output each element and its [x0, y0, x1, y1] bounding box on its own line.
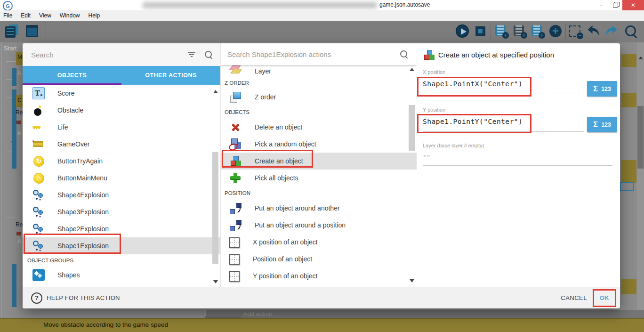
tab-objects[interactable]: OBJECTS: [23, 66, 121, 85]
action-parameters-column: Create an object at specified position X…: [417, 43, 620, 287]
x-position-input[interactable]: Shape1.PointX("Center"): [423, 80, 614, 90]
object-item-GameOver[interactable]: GameOver: [23, 136, 220, 153]
menu-edit[interactable]: Edit: [16, 12, 35, 19]
events-scrollbar-thumb[interactable]: [637, 106, 644, 169]
object-item-Shape2Explosion[interactable]: Shape2Explosion: [23, 220, 220, 237]
action-item[interactable]: Put an object around another: [221, 200, 417, 217]
object-item-ButtonTryAgain[interactable]: ButtonTryAgain: [23, 153, 220, 170]
object-group-item-Shapes[interactable]: Shapes: [23, 267, 220, 283]
tab-other-actions[interactable]: OTHER ACTIONS: [121, 66, 220, 85]
object-item-Obstacle[interactable]: Obstacle: [23, 102, 220, 119]
particles-icon: [32, 189, 45, 201]
action-item[interactable]: Layer: [221, 65, 417, 77]
filter-icon[interactable]: [187, 52, 196, 57]
gameover-icon: [32, 138, 45, 150]
play-icon[interactable]: [456, 24, 469, 38]
scene-editor-icon[interactable]: [26, 24, 40, 39]
scroll-up-icon[interactable]: [410, 68, 414, 71]
action-item[interactable]: X position of an object: [221, 234, 417, 251]
comment-row-fragment: [621, 93, 636, 107]
undo-icon[interactable]: [587, 24, 602, 39]
remove-selection-icon[interactable]: [569, 24, 583, 39]
menu-view[interactable]: View: [35, 12, 56, 19]
object-item-Shape4Explosion[interactable]: Shape4Explosion: [23, 186, 220, 203]
action-item[interactable]: Pick a random object: [221, 136, 417, 153]
object-item-Score[interactable]: Score: [23, 85, 220, 102]
action-item-label: Delete an object: [255, 123, 302, 131]
scroll-up-icon[interactable]: [638, 57, 643, 59]
action-icon-fragment: [16, 232, 21, 235]
action-item-label: Position of an object: [253, 255, 312, 263]
pick-all-plus-icon: [229, 172, 242, 184]
toolbar-search-icon[interactable]: [624, 24, 638, 39]
ok-button[interactable]: OK: [600, 294, 610, 301]
field-label: X position: [423, 69, 614, 75]
redo-icon[interactable]: [604, 24, 619, 39]
add-comment-icon[interactable]: [531, 24, 545, 39]
action-item-label: Layer: [255, 67, 271, 75]
event-indent-bar: [12, 68, 16, 86]
debug-icon[interactable]: [474, 24, 488, 39]
field-underline: [423, 94, 584, 94]
action-item-label: X position of an object: [253, 238, 318, 246]
layer-input[interactable]: "": [423, 154, 614, 164]
action-item[interactable]: Z order: [221, 89, 417, 105]
home-button-icon: [32, 172, 45, 184]
toolbar-separator: [565, 24, 566, 40]
restore-icon: [613, 3, 618, 8]
object-item-label: Shape3Explosion: [57, 208, 109, 216]
expression-editor-button[interactable]: Σ 123: [587, 117, 617, 132]
action-item[interactable]: Pick all objects: [221, 170, 417, 186]
object-item-Life[interactable]: Life: [23, 119, 220, 136]
events-scrollbar-track[interactable]: [637, 42, 644, 310]
scroll-down-icon[interactable]: [410, 279, 414, 283]
action-list-scrollbar-thumb[interactable]: [409, 105, 415, 151]
object-item-ButtonMainMenu[interactable]: ButtonMainMenu: [23, 170, 220, 186]
action-item[interactable]: Put an object around a position: [221, 217, 417, 234]
action-item[interactable]: Y position of an object: [221, 267, 417, 284]
layers-icon: [229, 65, 242, 75]
object-item-Shape1Explosion[interactable]: Shape1Explosion: [23, 237, 220, 254]
close-button[interactable]: ✕: [622, 0, 644, 10]
menu-bar: File Edit View Window Help: [0, 10, 644, 21]
dialog-footer: ? HELP FOR THIS ACTION CANCEL OK: [23, 287, 620, 308]
scroll-up-icon[interactable]: [213, 90, 218, 93]
y-position-input[interactable]: Shape1.PointY("Center"): [423, 118, 614, 128]
clipped-text: A: [17, 70, 21, 76]
action-item[interactable]: Position of an object: [221, 251, 417, 267]
clipped-text: Re: [16, 221, 23, 228]
help-button[interactable]: ? HELP FOR THIS ACTION: [31, 292, 120, 304]
object-list: ScoreObstacleLifeGameOverButtonTryAgainB…: [23, 85, 220, 254]
cancel-button[interactable]: CANCEL: [555, 290, 593, 306]
object-list-scrollbar-thumb[interactable]: [212, 152, 218, 264]
action-item[interactable]: Create an object: [221, 153, 417, 170]
object-item-Shape3Explosion[interactable]: Shape3Explosion: [23, 203, 220, 220]
search-icon: [400, 50, 408, 58]
action-section-header: POSITION: [221, 186, 417, 200]
add-sub-event-icon[interactable]: [513, 24, 527, 39]
sigma-icon: Σ: [593, 84, 598, 94]
action-item-label: Pick all objects: [255, 174, 298, 182]
toolbar-separator: [491, 24, 491, 40]
menu-file[interactable]: File: [0, 12, 16, 19]
position-grid-icon: [229, 254, 240, 265]
action-item-label: Z order: [255, 93, 276, 101]
project-manager-icon[interactable]: [5, 24, 19, 39]
minimize-button[interactable]: –: [594, 0, 608, 10]
expression-editor-button[interactable]: Σ 123: [587, 81, 617, 97]
maximize-button[interactable]: [608, 0, 622, 10]
object-tabs: OBJECTS OTHER ACTIONS: [23, 66, 220, 85]
action-search-input[interactable]: [221, 50, 388, 59]
action-item[interactable]: Delete an object: [221, 119, 417, 136]
scroll-down-icon[interactable]: [213, 280, 218, 283]
action-title: Create an object at specified position: [438, 51, 554, 59]
menu-help[interactable]: Help: [84, 12, 105, 19]
add-circle-icon[interactable]: [549, 24, 563, 39]
add-event-icon[interactable]: [495, 24, 509, 39]
object-search-input[interactable]: [23, 50, 173, 59]
field-label: Layer (base layer if empty): [423, 143, 614, 148]
particles-icon: [32, 223, 45, 235]
menu-window[interactable]: Window: [56, 12, 84, 19]
event-indent-bar: [12, 264, 16, 307]
action-item-label: Y position of an object: [253, 272, 318, 280]
